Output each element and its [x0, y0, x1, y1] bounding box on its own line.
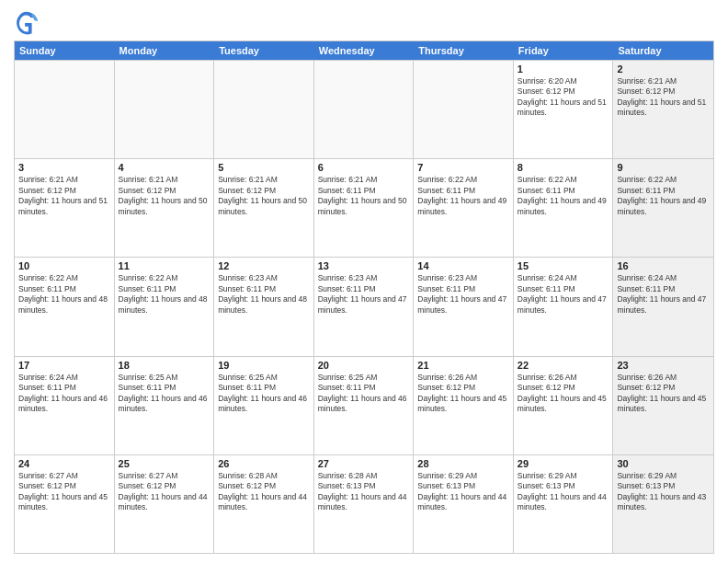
day-number: 7 — [417, 162, 509, 173]
cal-cell-2-4: 14Sunrise: 6:23 AM Sunset: 6:11 PM Dayli… — [414, 258, 514, 355]
cal-cell-0-3 — [314, 61, 415, 158]
cell-details: Sunrise: 6:23 AM Sunset: 6:11 PM Dayligh… — [318, 273, 410, 316]
cal-cell-3-3: 20Sunrise: 6:25 AM Sunset: 6:11 PM Dayli… — [314, 357, 415, 454]
cell-details: Sunrise: 6:24 AM Sunset: 6:11 PM Dayligh… — [518, 273, 609, 316]
day-number: 21 — [417, 360, 509, 371]
day-number: 20 — [318, 360, 410, 371]
day-number: 9 — [617, 162, 710, 173]
cell-details: Sunrise: 6:29 AM Sunset: 6:13 PM Dayligh… — [617, 471, 710, 513]
calendar-row-3: 17Sunrise: 6:24 AM Sunset: 6:11 PM Dayli… — [15, 356, 713, 454]
cal-cell-3-5: 22Sunrise: 6:26 AM Sunset: 6:12 PM Dayli… — [514, 357, 614, 454]
cell-details: Sunrise: 6:22 AM Sunset: 6:11 PM Dayligh… — [518, 175, 609, 217]
cell-details: Sunrise: 6:22 AM Sunset: 6:11 PM Dayligh… — [18, 273, 110, 316]
cal-cell-0-2 — [214, 61, 314, 158]
calendar: SundayMondayTuesdayWednesdayThursdayFrid… — [14, 40, 714, 554]
day-number: 2 — [617, 63, 710, 75]
day-number: 22 — [518, 360, 609, 371]
cal-cell-3-2: 19Sunrise: 6:25 AM Sunset: 6:11 PM Dayli… — [214, 357, 314, 454]
day-number: 11 — [119, 260, 210, 271]
day-number: 10 — [18, 260, 110, 271]
cell-details: Sunrise: 6:23 AM Sunset: 6:11 PM Dayligh… — [417, 273, 509, 316]
header-day-sunday: Sunday — [15, 41, 115, 60]
day-number: 29 — [518, 458, 609, 469]
header-day-wednesday: Wednesday — [314, 41, 415, 60]
cal-cell-1-6: 9Sunrise: 6:22 AM Sunset: 6:11 PM Daylig… — [613, 159, 713, 257]
day-number: 18 — [119, 360, 210, 371]
cell-details: Sunrise: 6:21 AM Sunset: 6:12 PM Dayligh… — [218, 175, 310, 217]
cal-cell-1-5: 8Sunrise: 6:22 AM Sunset: 6:11 PM Daylig… — [514, 159, 614, 257]
cal-cell-1-2: 5Sunrise: 6:21 AM Sunset: 6:12 PM Daylig… — [214, 159, 314, 257]
cell-details: Sunrise: 6:28 AM Sunset: 6:12 PM Dayligh… — [218, 471, 310, 513]
cal-cell-4-1: 25Sunrise: 6:27 AM Sunset: 6:12 PM Dayli… — [115, 455, 215, 553]
cell-details: Sunrise: 6:27 AM Sunset: 6:12 PM Dayligh… — [18, 471, 110, 513]
cal-cell-2-3: 13Sunrise: 6:23 AM Sunset: 6:11 PM Dayli… — [314, 258, 415, 355]
day-number: 14 — [417, 260, 509, 271]
cal-cell-2-1: 11Sunrise: 6:22 AM Sunset: 6:11 PM Dayli… — [115, 258, 215, 355]
logo — [14, 9, 43, 35]
header-day-monday: Monday — [115, 41, 215, 60]
cell-details: Sunrise: 6:21 AM Sunset: 6:12 PM Dayligh… — [119, 175, 210, 217]
cell-details: Sunrise: 6:25 AM Sunset: 6:11 PM Dayligh… — [218, 373, 310, 415]
calendar-row-2: 10Sunrise: 6:22 AM Sunset: 6:11 PM Dayli… — [15, 257, 713, 355]
cal-cell-4-5: 29Sunrise: 6:29 AM Sunset: 6:13 PM Dayli… — [514, 455, 614, 553]
cell-details: Sunrise: 6:28 AM Sunset: 6:13 PM Dayligh… — [318, 471, 410, 513]
cal-cell-0-4 — [414, 61, 514, 158]
cal-cell-1-4: 7Sunrise: 6:22 AM Sunset: 6:11 PM Daylig… — [414, 159, 514, 257]
cal-cell-3-0: 17Sunrise: 6:24 AM Sunset: 6:11 PM Dayli… — [15, 357, 115, 454]
page: SundayMondayTuesdayWednesdayThursdayFrid… — [0, 0, 728, 563]
day-number: 30 — [617, 458, 710, 469]
cell-details: Sunrise: 6:26 AM Sunset: 6:12 PM Dayligh… — [518, 373, 609, 415]
cal-cell-2-0: 10Sunrise: 6:22 AM Sunset: 6:11 PM Dayli… — [15, 258, 115, 355]
cell-details: Sunrise: 6:25 AM Sunset: 6:11 PM Dayligh… — [318, 373, 410, 415]
cell-details: Sunrise: 6:21 AM Sunset: 6:12 PM Dayligh… — [617, 76, 710, 119]
cell-details: Sunrise: 6:21 AM Sunset: 6:12 PM Dayligh… — [18, 175, 110, 217]
cal-cell-4-4: 28Sunrise: 6:29 AM Sunset: 6:13 PM Dayli… — [414, 455, 514, 553]
cell-details: Sunrise: 6:29 AM Sunset: 6:13 PM Dayligh… — [417, 471, 509, 513]
day-number: 27 — [318, 458, 410, 469]
day-number: 3 — [18, 162, 110, 173]
cell-details: Sunrise: 6:25 AM Sunset: 6:11 PM Dayligh… — [119, 373, 210, 415]
header-day-saturday: Saturday — [613, 41, 713, 60]
day-number: 12 — [218, 260, 310, 271]
day-number: 8 — [518, 162, 609, 173]
day-number: 28 — [417, 458, 509, 469]
cal-cell-0-6: 2Sunrise: 6:21 AM Sunset: 6:12 PM Daylig… — [613, 61, 713, 158]
day-number: 1 — [518, 63, 609, 75]
cal-cell-4-3: 27Sunrise: 6:28 AM Sunset: 6:13 PM Dayli… — [314, 455, 415, 553]
cell-details: Sunrise: 6:24 AM Sunset: 6:11 PM Dayligh… — [18, 373, 110, 415]
day-number: 16 — [617, 260, 710, 271]
calendar-body: 1Sunrise: 6:20 AM Sunset: 6:12 PM Daylig… — [15, 60, 713, 553]
cal-cell-0-0 — [15, 61, 115, 158]
header-day-thursday: Thursday — [414, 41, 514, 60]
day-number: 26 — [218, 458, 310, 469]
cell-details: Sunrise: 6:22 AM Sunset: 6:11 PM Dayligh… — [119, 273, 210, 316]
day-number: 4 — [119, 162, 210, 173]
logo-icon — [14, 9, 40, 35]
cal-cell-4-0: 24Sunrise: 6:27 AM Sunset: 6:12 PM Dayli… — [15, 455, 115, 553]
day-number: 5 — [218, 162, 310, 173]
cal-cell-1-3: 6Sunrise: 6:21 AM Sunset: 6:11 PM Daylig… — [314, 159, 415, 257]
day-number: 19 — [218, 360, 310, 371]
header — [14, 9, 714, 35]
cell-details: Sunrise: 6:27 AM Sunset: 6:12 PM Dayligh… — [119, 471, 210, 513]
cell-details: Sunrise: 6:23 AM Sunset: 6:11 PM Dayligh… — [218, 273, 310, 316]
day-number: 17 — [18, 360, 110, 371]
header-day-tuesday: Tuesday — [214, 41, 314, 60]
cal-cell-2-2: 12Sunrise: 6:23 AM Sunset: 6:11 PM Dayli… — [214, 258, 314, 355]
cal-cell-3-6: 23Sunrise: 6:26 AM Sunset: 6:12 PM Dayli… — [613, 357, 713, 454]
cell-details: Sunrise: 6:20 AM Sunset: 6:12 PM Dayligh… — [518, 76, 609, 119]
cal-cell-1-1: 4Sunrise: 6:21 AM Sunset: 6:12 PM Daylig… — [115, 159, 215, 257]
calendar-header: SundayMondayTuesdayWednesdayThursdayFrid… — [15, 41, 713, 60]
cal-cell-2-5: 15Sunrise: 6:24 AM Sunset: 6:11 PM Dayli… — [514, 258, 614, 355]
cell-details: Sunrise: 6:24 AM Sunset: 6:11 PM Dayligh… — [617, 273, 710, 316]
cal-cell-3-1: 18Sunrise: 6:25 AM Sunset: 6:11 PM Dayli… — [115, 357, 215, 454]
cell-details: Sunrise: 6:29 AM Sunset: 6:13 PM Dayligh… — [518, 471, 609, 513]
cal-cell-4-6: 30Sunrise: 6:29 AM Sunset: 6:13 PM Dayli… — [613, 455, 713, 553]
day-number: 13 — [318, 260, 410, 271]
cal-cell-2-6: 16Sunrise: 6:24 AM Sunset: 6:11 PM Dayli… — [613, 258, 713, 355]
day-number: 23 — [617, 360, 710, 371]
day-number: 25 — [119, 458, 210, 469]
calendar-row-1: 3Sunrise: 6:21 AM Sunset: 6:12 PM Daylig… — [15, 158, 713, 257]
calendar-row-4: 24Sunrise: 6:27 AM Sunset: 6:12 PM Dayli… — [15, 454, 713, 553]
cal-cell-3-4: 21Sunrise: 6:26 AM Sunset: 6:12 PM Dayli… — [414, 357, 514, 454]
